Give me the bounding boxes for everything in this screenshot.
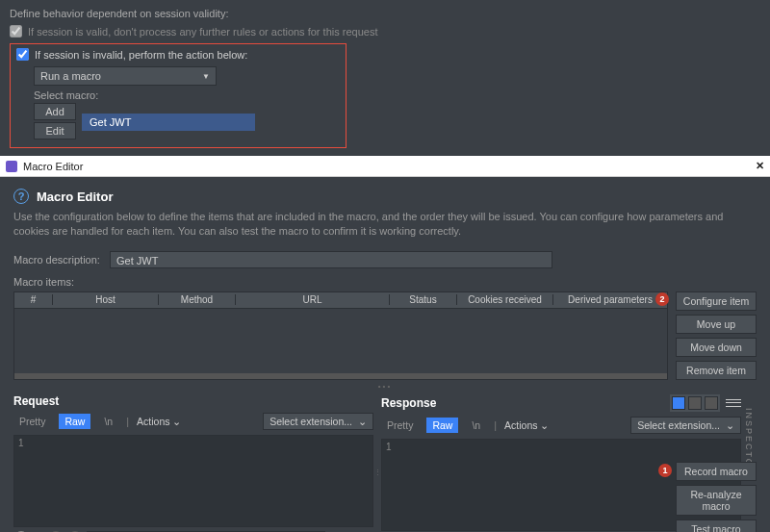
- layout-rows-icon[interactable]: [688, 396, 702, 410]
- invalid-session-row[interactable]: If session is invalid, perform the actio…: [16, 48, 340, 61]
- move-down-button[interactable]: Move down: [676, 338, 757, 357]
- col-cookies: Cookies received: [457, 294, 553, 305]
- invalid-session-checkbox[interactable]: [16, 48, 29, 61]
- view-layout-toggle[interactable]: [670, 394, 720, 412]
- chevron-down-icon: ▼: [202, 72, 210, 81]
- reanalyze-macro-button[interactable]: Re-analyze macro: [676, 485, 757, 516]
- actions-menu[interactable]: Actions ⌄: [504, 419, 549, 431]
- close-icon[interactable]: ✕: [756, 160, 764, 172]
- layout-columns-icon[interactable]: [672, 396, 685, 410]
- extension-select[interactable]: Select extension...⌄: [263, 413, 373, 430]
- move-up-button[interactable]: Move up: [676, 315, 757, 334]
- col-method: Method: [159, 294, 236, 305]
- hamburger-icon[interactable]: [726, 396, 741, 410]
- col-derived: Derived parameters: [553, 294, 667, 305]
- request-panel: Request Pretty Raw \n | Actions ⌄ Select…: [13, 394, 373, 532]
- table-header: # Host Method URL Status Cookies receive…: [13, 291, 668, 309]
- h-scrollbar[interactable]: [14, 373, 667, 379]
- panel-splitter[interactable]: ⋮: [373, 394, 381, 532]
- add-macro-button[interactable]: Add: [34, 103, 76, 120]
- tab-newline[interactable]: \n: [466, 418, 486, 433]
- table-body: [13, 309, 668, 380]
- line-number: 1: [18, 438, 24, 448]
- valid-session-row: If session is valid, don't process any f…: [10, 25, 760, 38]
- remove-item-button[interactable]: Remove item: [676, 361, 757, 380]
- record-macro-button[interactable]: Record macro: [676, 462, 757, 481]
- action-select-value: Run a macro: [40, 70, 101, 82]
- chevron-down-icon: ⌄: [726, 419, 734, 431]
- col-n: #: [14, 294, 53, 305]
- macro-items-label: Macro items:: [13, 276, 757, 288]
- invalid-session-label: If session is invalid, perform the actio…: [35, 49, 247, 61]
- valid-session-label: If session is valid, don't process any f…: [28, 26, 377, 38]
- annotation-badge-2: 2: [655, 292, 669, 306]
- request-editor[interactable]: 1: [13, 435, 373, 527]
- response-title: Response: [381, 396, 436, 410]
- request-title: Request: [13, 394, 59, 408]
- actions-menu[interactable]: Actions ⌄: [137, 416, 181, 427]
- configure-item-button[interactable]: Configure item: [676, 291, 757, 311]
- help-icon[interactable]: ?: [13, 189, 29, 204]
- test-macro-button[interactable]: Test macro: [676, 519, 757, 532]
- col-url: URL: [236, 294, 390, 305]
- col-status: Status: [390, 294, 457, 305]
- edit-macro-button[interactable]: Edit: [34, 122, 76, 139]
- tab-raw[interactable]: Raw: [59, 414, 90, 429]
- editor-heading: Macro Editor: [37, 190, 113, 204]
- tab-newline[interactable]: \n: [98, 414, 118, 429]
- window-title: Macro Editor: [23, 161, 83, 172]
- macro-name: Get JWT: [90, 116, 131, 128]
- highlighted-invalid-box: If session is invalid, perform the actio…: [10, 43, 346, 148]
- col-host: Host: [53, 294, 159, 305]
- valid-session-checkbox: [10, 25, 22, 38]
- session-rules-panel: Define behavior dependent on session val…: [0, 0, 770, 156]
- tab-pretty[interactable]: Pretty: [381, 418, 419, 433]
- line-number: 1: [386, 442, 392, 452]
- chevron-down-icon: ⌄: [358, 416, 367, 427]
- titlebar: Macro Editor ✕: [0, 156, 770, 177]
- macro-desc-label: Macro description:: [13, 254, 110, 266]
- action-select[interactable]: Run a macro ▼: [34, 66, 217, 86]
- annotation-badge-1: 1: [658, 464, 672, 477]
- layout-single-icon[interactable]: [705, 396, 718, 410]
- macro-editor-window: Macro Editor ✕ ? Macro Editor Use the co…: [0, 156, 770, 532]
- macro-desc-input[interactable]: Get JWT: [110, 251, 552, 268]
- extension-select[interactable]: Select extension...⌄: [630, 417, 741, 434]
- app-icon: [6, 161, 17, 172]
- section-label: Define behavior dependent on session val…: [10, 8, 760, 19]
- resize-handle-icon[interactable]: •••: [13, 382, 757, 391]
- tab-pretty[interactable]: Pretty: [13, 414, 51, 429]
- select-macro-label: Select macro:: [34, 89, 340, 101]
- tab-raw[interactable]: Raw: [426, 418, 458, 433]
- macro-list-item[interactable]: Get JWT: [82, 114, 255, 131]
- editor-description: Use the configuration below to define th…: [13, 210, 757, 240]
